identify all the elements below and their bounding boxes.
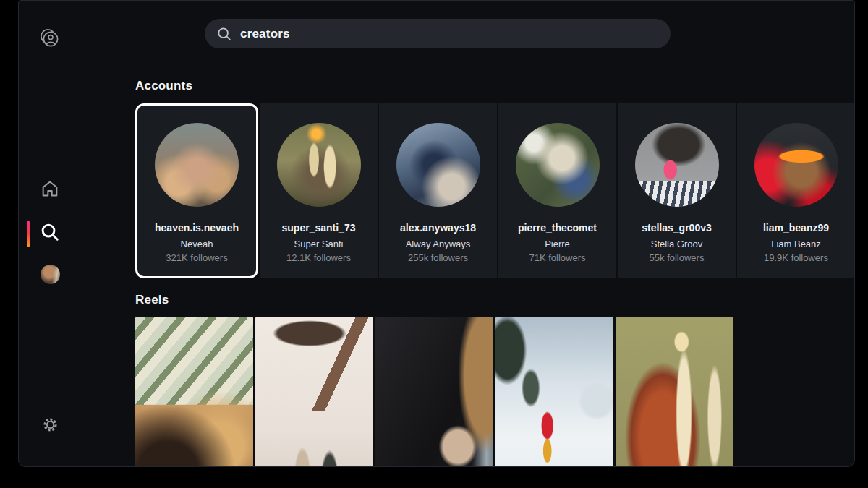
account-username: liam_beanz99 [763, 222, 829, 234]
account-followers: 321K followers [166, 252, 227, 263]
sidebar-item-home[interactable] [40, 179, 60, 199]
account-display-name: Super Santi [294, 239, 344, 249]
account-followers: 19.9K followers [764, 252, 828, 263]
reels-heading: Reels [135, 293, 169, 307]
account-display-name: Stella Groov [651, 239, 703, 249]
account-card[interactable]: pierre_thecomet Pierre 71K followers [498, 103, 616, 278]
account-username: stellas_gr00v3 [642, 222, 712, 234]
sidebar-item-account-switcher[interactable] [38, 27, 61, 50]
account-display-name: Pierre [545, 239, 570, 249]
account-display-name: Liam Beanz [771, 239, 821, 249]
account-followers: 255k followers [408, 252, 468, 263]
reel-thumbnail[interactable] [495, 317, 613, 467]
account-avatar [155, 123, 239, 207]
account-card[interactable]: alex.anyways18 Alway Anyways 255k follow… [379, 103, 497, 278]
account-followers: 55k followers [650, 252, 705, 263]
account-followers: 12.1K followers [286, 252, 351, 263]
account-avatar [516, 123, 600, 207]
account-avatar [754, 123, 838, 207]
sidebar-item-settings[interactable] [41, 416, 59, 434]
search-icon [40, 222, 60, 242]
account-username: pierre_thecomet [518, 222, 597, 234]
reel-thumbnail[interactable] [616, 317, 733, 467]
sidebar [19, 1, 116, 466]
accounts-heading: Accounts [135, 79, 192, 93]
search-input[interactable]: creators [205, 19, 671, 48]
account-username: heaven.is.nevaeh [155, 222, 239, 234]
account-card[interactable]: stellas_gr00v3 Stella Groov 55k follower… [618, 103, 736, 278]
profile-avatar [41, 265, 60, 284]
app-window: creators Accounts heaven.is.nevaeh Nevea… [18, 0, 855, 467]
account-avatar [277, 123, 361, 207]
account-username: alex.anyways18 [400, 222, 476, 234]
account-avatar [396, 123, 480, 207]
reel-thumbnail[interactable] [255, 317, 373, 467]
account-display-name: Alway Anyways [406, 239, 471, 249]
account-switcher-icon [38, 27, 61, 50]
sidebar-item-search[interactable] [40, 222, 60, 242]
settings-gear-icon [41, 416, 59, 434]
account-avatar [635, 123, 719, 207]
reel-thumbnail[interactable] [375, 317, 493, 467]
account-followers: 71K followers [529, 252, 585, 263]
reels-row [135, 317, 854, 467]
account-card[interactable]: super_santi_73 Super Santi 12.1K followe… [260, 103, 378, 278]
reel-thumbnail[interactable] [135, 317, 253, 467]
account-display-name: Neveah [181, 239, 213, 249]
home-icon [40, 179, 60, 199]
search-query-text: creators [240, 27, 290, 41]
account-card[interactable]: liam_beanz99 Liam Beanz 19.9K followers [737, 103, 854, 278]
active-tab-indicator [27, 221, 30, 247]
account-username: super_santi_73 [282, 222, 356, 234]
accounts-row: heaven.is.nevaeh Neveah 321K followers s… [135, 103, 854, 278]
account-card[interactable]: heaven.is.nevaeh Neveah 321K followers [135, 103, 258, 278]
search-icon [216, 26, 232, 42]
sidebar-item-profile[interactable] [41, 265, 60, 284]
